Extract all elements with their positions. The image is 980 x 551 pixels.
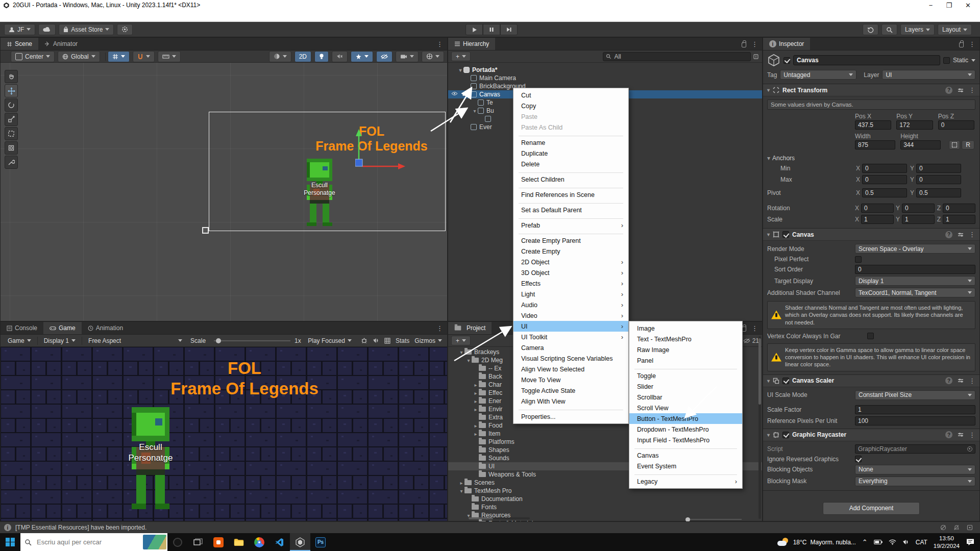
play-focused-dropdown[interactable]: Play Focused <box>304 337 356 344</box>
context-menu-item[interactable] <box>513 200 628 205</box>
project-menu-icon[interactable]: ⋮ <box>751 324 758 332</box>
context-menu-item[interactable]: Align With View <box>513 396 628 407</box>
rotation-z[interactable]: 0 <box>943 204 975 213</box>
blueprint-mode-button[interactable] <box>949 140 960 149</box>
vertex-color-checkbox[interactable] <box>867 333 874 339</box>
taskbar-search-input[interactable] <box>36 538 128 546</box>
rotate-tool[interactable] <box>5 98 18 112</box>
context-menu-item[interactable]: Move To View <box>513 374 628 385</box>
hierarchy-search[interactable] <box>603 52 751 61</box>
display-dropdown[interactable]: Display 1 <box>40 337 80 344</box>
grid-snap-button[interactable] <box>108 51 130 62</box>
move-tool[interactable] <box>5 84 18 97</box>
tab-game[interactable]: Game <box>43 322 82 334</box>
menu-item[interactable] <box>45 15 54 17</box>
asset-store-button[interactable]: Asset Store <box>59 24 114 35</box>
canvas-header[interactable]: ▾ Canvas ?⋮ <box>763 229 979 241</box>
component-enabled-checkbox[interactable] <box>782 432 789 438</box>
tab-hierarchy[interactable]: Hierarchy <box>448 38 495 50</box>
render-mode-dropdown[interactable]: Screen Space - Overlay <box>855 244 975 254</box>
audio-toggle[interactable] <box>332 51 348 62</box>
menu-item[interactable] <box>4 15 13 17</box>
view-tool[interactable] <box>5 70 18 83</box>
row-visibility-icons[interactable] <box>451 91 466 96</box>
active-checkbox[interactable] <box>783 57 790 64</box>
inspector-menu-icon[interactable]: ⋮ <box>969 40 975 48</box>
vscode-button[interactable] <box>270 533 290 551</box>
scene-viewport[interactable]: FOLFrame Of Legends EscullPersonatge <box>1 63 447 321</box>
context-menu-item[interactable]: Properties... <box>513 411 628 422</box>
anchor-max-x[interactable]: 0 <box>862 175 907 184</box>
context-menu-item[interactable]: Find References in Scene <box>513 189 628 200</box>
context-menu-item[interactable]: Effects › <box>513 278 628 289</box>
context-menu-item[interactable] <box>513 215 628 220</box>
collab-icon[interactable] <box>940 524 946 531</box>
context-menu-item[interactable] <box>513 407 628 411</box>
static-checkbox[interactable] <box>943 57 950 64</box>
context-menu-item[interactable]: UI › <box>513 321 628 332</box>
submenu-item[interactable]: Image <box>629 323 742 334</box>
search-highlight-image[interactable] <box>143 535 166 549</box>
tab-inspector[interactable]: i Inspector <box>763 38 810 50</box>
scale-factor-field[interactable]: 1 <box>855 405 975 414</box>
width-field[interactable]: 875 <box>855 140 895 149</box>
context-menu-item[interactable] <box>513 185 628 189</box>
context-menu-item[interactable]: Audio › <box>513 299 628 310</box>
task-view-button[interactable] <box>188 533 208 551</box>
scene-menu-icon[interactable]: ⋮ <box>436 40 443 48</box>
menu-item[interactable] <box>65 15 75 17</box>
increment-snap-button[interactable] <box>158 51 181 62</box>
layout-dropdown[interactable]: Layout <box>938 24 972 35</box>
shading-mode-button[interactable] <box>269 51 291 62</box>
debug-icon[interactable] <box>361 337 368 344</box>
add-component-button[interactable]: Add Component <box>823 502 920 515</box>
submenu-item[interactable]: Scrollbar <box>629 392 742 403</box>
pos-z-field[interactable]: 0 <box>938 120 974 130</box>
tag-dropdown[interactable]: Untagged <box>780 70 856 80</box>
context-menu-item[interactable]: UI Toolkit › <box>513 332 628 342</box>
game-viewport[interactable]: FOLFrame Of Legends EscullPersonatge <box>1 347 447 521</box>
context-menu-item[interactable]: 3D Object › <box>513 267 628 278</box>
tab-animator[interactable]: Animator <box>38 38 84 50</box>
hidden-count-icon[interactable] <box>743 338 750 343</box>
rotation-y[interactable]: 0 <box>902 204 935 213</box>
menu-item[interactable] <box>24 15 34 17</box>
context-menu-item[interactable]: Prefab › <box>513 220 628 231</box>
pivot-x[interactable]: 0.5 <box>862 188 907 197</box>
raw-edit-button[interactable]: R <box>962 140 974 149</box>
chrome-button[interactable] <box>249 533 270 551</box>
start-button[interactable] <box>0 533 20 551</box>
step-button[interactable] <box>500 24 518 35</box>
target-display-dropdown[interactable]: Display 1 <box>855 276 975 286</box>
reference-ppu-field[interactable]: 100 <box>855 416 975 425</box>
vsync-grid-icon[interactable] <box>384 338 390 344</box>
ignore-reversed-checkbox[interactable] <box>855 456 862 462</box>
hierarchy-search-input[interactable] <box>613 53 748 61</box>
anchor-min-x[interactable]: 0 <box>862 164 907 173</box>
submenu-item[interactable] <box>629 471 742 476</box>
horizontal-scrollbar[interactable] <box>469 517 530 519</box>
submenu-item[interactable]: Text - TextMeshPro <box>629 334 742 344</box>
scene-character-sprite[interactable]: EscullPersonatge <box>304 159 335 226</box>
project-folder-row[interactable]: Documentation <box>448 495 762 503</box>
context-menu-item[interactable]: Select Children <box>513 174 628 185</box>
rect-transform-header[interactable]: ▾ Rect Transform ?⋮ <box>763 84 979 96</box>
thumbnail-size-slider[interactable] <box>685 519 742 520</box>
account-button[interactable]: JF <box>4 24 35 35</box>
scale-tool[interactable] <box>5 113 18 126</box>
context-menu-item[interactable]: Cut <box>513 90 628 101</box>
context-menu-item[interactable]: Duplicate <box>513 148 628 159</box>
menu-item[interactable] <box>86 15 95 17</box>
pin-search-icon[interactable] <box>753 54 759 60</box>
component-menu-icon[interactable]: ⋮ <box>969 86 975 94</box>
context-menu-item[interactable]: Visual Scripting Scene Variables <box>513 353 628 364</box>
context-menu-item[interactable]: Toggle Active State <box>513 385 628 396</box>
mute-audio-icon[interactable] <box>373 338 379 343</box>
canvas-scaler-header[interactable]: ▾ Canvas Scaler ?⋮ <box>763 375 979 387</box>
project-scrollbar[interactable] <box>758 336 761 519</box>
close-button[interactable]: ✕ <box>965 2 971 9</box>
menu-item[interactable] <box>55 15 64 17</box>
height-field[interactable]: 344 <box>900 140 941 149</box>
clock-widget[interactable]: 13:50 19/2/2024 <box>934 535 960 549</box>
taskbar-search[interactable] <box>20 533 167 551</box>
